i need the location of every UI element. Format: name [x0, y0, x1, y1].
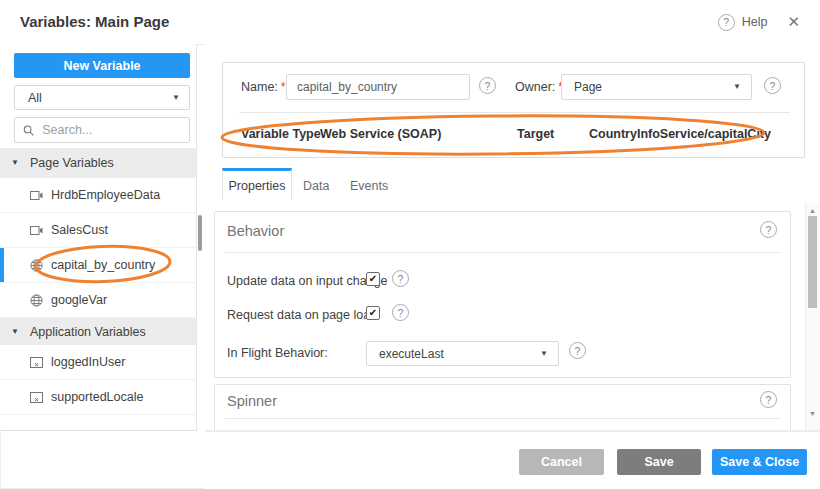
close-icon[interactable]: ✕: [787, 13, 800, 31]
in-flight-behavior-select[interactable]: executeLast ▼: [366, 341, 559, 366]
divider: [205, 430, 820, 432]
dialog-header: Variables: Main Page ? Help ✕: [0, 0, 820, 45]
variables-sidebar: New Variable All ▼ ▼ Page Variables: [0, 44, 197, 431]
page-title: Variables: Main Page: [20, 13, 169, 30]
variable-summary-box: Name:* ? Owner:* Page ▼ ? Variable Type …: [222, 62, 805, 158]
request-on-load-checkbox[interactable]: ✔: [366, 306, 380, 320]
section-page-variables[interactable]: ▼ Page Variables: [0, 148, 196, 178]
tab-properties[interactable]: Properties: [222, 168, 292, 200]
sidebar-scrollbar-thumb[interactable]: [198, 215, 202, 251]
target-value: CountryInfoService/capitalCity: [589, 127, 771, 141]
sidebar-item-salescust[interactable]: SalesCust: [0, 213, 196, 248]
sidebar-item-label: capital_by_country: [51, 258, 155, 272]
divider: [239, 112, 790, 113]
behavior-section: Behavior ? Update data on input change ✔…: [214, 211, 791, 378]
static-variable-icon: [30, 357, 43, 368]
sidebar-item-googlevar[interactable]: googleVar: [0, 283, 196, 318]
save-and-close-button[interactable]: Save & Close: [712, 449, 807, 475]
owner-select[interactable]: Page ▼: [561, 74, 752, 100]
variable-type-label: Variable Type: [241, 127, 321, 141]
spinner-help-icon[interactable]: ?: [760, 391, 777, 408]
divider: [225, 252, 781, 253]
sidebar-item-label: HrdbEmployeeData: [51, 188, 160, 202]
chevron-down-icon: ▼: [540, 350, 548, 358]
variable-filter-value: All: [28, 91, 42, 105]
search-icon: [23, 124, 34, 137]
request-on-load-help-icon[interactable]: ?: [392, 304, 409, 321]
section-label: Page Variables: [30, 156, 114, 170]
request-on-load-label: Request data on page load: [227, 308, 377, 322]
name-help-icon[interactable]: ?: [479, 77, 496, 94]
required-marker: *: [281, 80, 286, 94]
target-label: Target: [517, 127, 554, 141]
tab-data[interactable]: Data: [303, 179, 329, 193]
variable-list: ▼ Page Variables HrdbEmployeeData SalesC…: [0, 148, 196, 415]
web-service-icon: [30, 294, 43, 307]
in-flight-behavior-value: executeLast: [379, 347, 444, 361]
sidebar-item-label: SalesCust: [51, 223, 108, 237]
update-on-input-checkbox[interactable]: ✔: [366, 272, 380, 286]
section-label: Application Variables: [30, 325, 146, 339]
web-service-icon: [30, 259, 43, 272]
sidebar-item-hrdbemployeedata[interactable]: HrdbEmployeeData: [0, 178, 196, 213]
properties-scrollbar[interactable]: ▲ ▼: [805, 203, 819, 430]
owner-label: Owner:*: [515, 80, 563, 94]
help-label[interactable]: Help: [742, 15, 768, 29]
header-actions: ? Help ✕: [718, 0, 800, 44]
update-on-input-label: Update data on input change: [227, 274, 388, 288]
help-icon[interactable]: ?: [718, 14, 735, 31]
name-label: Name:*: [241, 80, 286, 94]
behavior-title: Behavior: [227, 223, 284, 239]
behavior-help-icon[interactable]: ?: [760, 221, 777, 238]
name-field[interactable]: [286, 74, 470, 100]
check-icon: ✔: [369, 308, 377, 318]
variables-dialog: Variables: Main Page ? Help ✕ New Variab…: [0, 0, 820, 489]
search-input[interactable]: [40, 122, 181, 138]
cancel-button[interactable]: Cancel: [519, 449, 604, 475]
variable-type-value: Web Service (SOAP): [320, 127, 441, 141]
save-button[interactable]: Save: [617, 449, 701, 475]
sidebar-item-loggedinuser[interactable]: loggedInUser: [0, 345, 196, 380]
tab-events[interactable]: Events: [350, 179, 388, 193]
chevron-down-icon: ▼: [172, 94, 180, 102]
variable-search: [14, 117, 190, 143]
in-flight-behavior-label: In Flight Behavior:: [227, 346, 328, 360]
static-variable-icon: [30, 392, 43, 403]
collapse-arrow-icon: ▼: [11, 159, 19, 167]
sidebar-item-capital-by-country[interactable]: capital_by_country: [0, 248, 196, 283]
variable-detail-panel: Name:* ? Owner:* Page ▼ ? Variable Type …: [205, 44, 820, 489]
spinner-title: Spinner: [227, 393, 277, 409]
sidebar-item-label: supportedLocale: [51, 390, 143, 404]
update-on-input-help-icon[interactable]: ?: [392, 270, 409, 287]
sidebar-item-label: googleVar: [51, 293, 107, 307]
spinner-section: Spinner ?: [214, 384, 791, 430]
scroll-down-icon[interactable]: ▼: [806, 410, 819, 417]
live-variable-icon: [30, 190, 43, 201]
sidebar-item-supportedlocale[interactable]: supportedLocale: [0, 380, 196, 415]
variable-filter-select[interactable]: All ▼: [14, 85, 190, 110]
scrollbar-thumb[interactable]: [808, 216, 817, 308]
new-variable-button[interactable]: New Variable: [14, 53, 190, 78]
scroll-up-icon[interactable]: ▲: [806, 207, 819, 214]
collapse-arrow-icon: ▼: [11, 328, 19, 336]
sidebar-item-label: loggedInUser: [51, 355, 125, 369]
owner-value: Page: [574, 80, 602, 94]
owner-help-icon[interactable]: ?: [764, 77, 781, 94]
live-variable-icon: [30, 225, 43, 236]
divider: [225, 418, 781, 419]
section-application-variables[interactable]: ▼ Application Variables: [0, 318, 196, 345]
in-flight-behavior-help-icon[interactable]: ?: [569, 342, 586, 359]
chevron-down-icon: ▼: [733, 83, 741, 91]
check-icon: ✔: [369, 274, 377, 284]
